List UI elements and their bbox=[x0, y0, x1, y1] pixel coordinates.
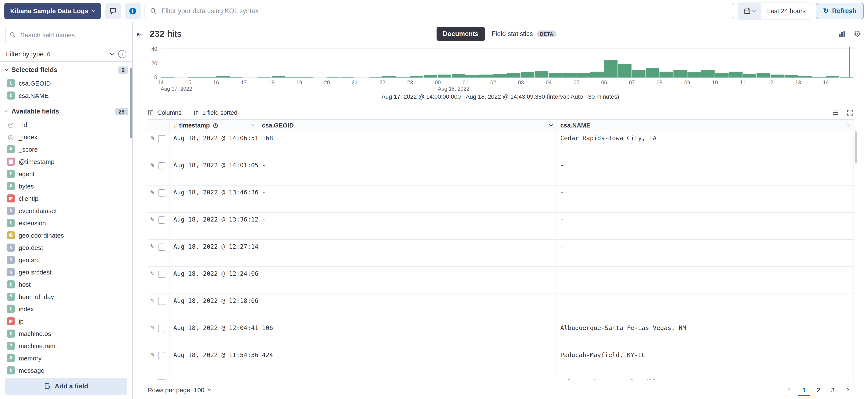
name-cell[interactable]: - bbox=[557, 158, 854, 185]
field-item[interactable]: ▦@timestamp bbox=[5, 156, 128, 168]
tab-field-statistics[interactable]: Field statistics BETA bbox=[487, 27, 561, 41]
tab-documents[interactable]: Documents bbox=[436, 27, 485, 41]
timestamp-cell[interactable]: Aug 18, 2022 @ 14:01:05.297 bbox=[169, 158, 258, 185]
grid-scrollbar[interactable] bbox=[855, 131, 857, 164]
display-density-icon[interactable] bbox=[832, 109, 839, 116]
field-item[interactable]: thost bbox=[5, 278, 128, 291]
saved-query-menu-button[interactable] bbox=[105, 3, 121, 19]
histogram-bar[interactable] bbox=[549, 73, 562, 77]
row-checkbox[interactable] bbox=[158, 243, 165, 251]
previous-page-button[interactable] bbox=[783, 383, 796, 396]
name-cell[interactable]: Tulsa-Muskogee-Bartlesville, OK bbox=[557, 375, 854, 380]
field-search-input[interactable] bbox=[20, 31, 123, 39]
histogram-bar[interactable] bbox=[771, 74, 784, 77]
column-header-name[interactable]: csa.NAME bbox=[557, 120, 854, 131]
refresh-button[interactable]: ↻ Refresh bbox=[816, 3, 864, 19]
edit-row-icon[interactable]: ✎ bbox=[150, 217, 155, 223]
histogram-bar[interactable] bbox=[701, 70, 715, 77]
sidebar-scrollbar[interactable] bbox=[130, 68, 132, 138]
kql-search-input[interactable] bbox=[161, 6, 728, 15]
next-page-button[interactable] bbox=[841, 383, 854, 396]
field-item[interactable]: tcsa.GEOID bbox=[5, 77, 128, 89]
field-item[interactable]: ◎_id bbox=[5, 119, 128, 131]
histogram-bar[interactable] bbox=[272, 76, 285, 77]
columns-button[interactable]: Columns bbox=[148, 109, 181, 116]
histogram-bar[interactable] bbox=[493, 74, 507, 77]
field-item[interactable]: tindex bbox=[5, 303, 128, 315]
add-filter-button[interactable] bbox=[125, 3, 141, 19]
histogram-bar[interactable] bbox=[646, 68, 659, 77]
page-button[interactable]: 2 bbox=[812, 383, 825, 396]
name-cell[interactable]: - bbox=[557, 294, 854, 321]
gear-icon[interactable]: ⚙ bbox=[854, 30, 861, 38]
rows-per-page-dropdown[interactable]: Rows per page: 100 bbox=[148, 386, 211, 393]
histogram-bar[interactable] bbox=[687, 72, 701, 77]
field-item[interactable]: #_score bbox=[5, 143, 128, 156]
edit-row-icon[interactable]: ✎ bbox=[150, 298, 155, 304]
geoid-cell[interactable]: 106 bbox=[258, 321, 557, 348]
edit-row-icon[interactable]: ✎ bbox=[150, 271, 155, 277]
field-item[interactable]: #hour_of_day bbox=[5, 291, 128, 303]
field-sorted-button[interactable]: 1 field sorted bbox=[192, 109, 237, 116]
timestamp-cell[interactable]: Aug 18, 2022 @ 14:06:51.816 bbox=[169, 131, 258, 158]
geoid-cell[interactable]: 528 bbox=[258, 375, 557, 380]
histogram-bar[interactable] bbox=[466, 75, 479, 77]
timestamp-cell[interactable]: Aug 18, 2022 @ 12:18:06.737 bbox=[169, 294, 258, 321]
row-checkbox[interactable] bbox=[158, 298, 165, 305]
histogram-bar[interactable] bbox=[756, 73, 770, 77]
edit-row-icon[interactable]: ✎ bbox=[150, 189, 155, 196]
timestamp-cell[interactable]: Aug 18, 2022 @ 11:28:37.336 bbox=[169, 375, 258, 380]
histogram-bar[interactable] bbox=[577, 73, 590, 77]
histogram-bar[interactable] bbox=[216, 76, 229, 77]
histogram-bar[interactable] bbox=[784, 75, 798, 77]
histogram-bar[interactable] bbox=[660, 71, 673, 77]
histogram-bar[interactable] bbox=[424, 75, 437, 77]
field-item[interactable]: #bytes bbox=[5, 180, 128, 192]
chevron-down-icon[interactable] bbox=[549, 123, 553, 127]
row-checkbox[interactable] bbox=[158, 135, 165, 142]
geoid-cell[interactable]: - bbox=[258, 212, 557, 239]
histogram-bar[interactable] bbox=[798, 76, 812, 77]
field-item[interactable]: #memory bbox=[5, 352, 128, 364]
geoid-cell[interactable]: 424 bbox=[258, 348, 557, 375]
timestamp-cell[interactable]: Aug 18, 2022 @ 12:27:14.527 bbox=[169, 240, 258, 266]
time-range-value[interactable]: Last 24 hours bbox=[761, 3, 812, 19]
name-cell[interactable]: Paducah-Mayfield, KY-IL bbox=[557, 348, 854, 375]
field-item[interactable]: ◎_index bbox=[5, 131, 128, 143]
histogram-bar[interactable] bbox=[826, 76, 839, 77]
histogram-bar[interactable] bbox=[743, 74, 756, 77]
info-icon[interactable]: i bbox=[118, 50, 126, 58]
geoid-cell[interactable]: - bbox=[258, 186, 557, 212]
histogram-bar[interactable] bbox=[632, 70, 645, 77]
edit-row-icon[interactable]: ✎ bbox=[150, 135, 155, 141]
selected-fields-accordion[interactable]: Selected fields 2 bbox=[5, 63, 128, 77]
histogram-bar[interactable] bbox=[521, 72, 534, 77]
edit-row-icon[interactable]: ✎ bbox=[150, 352, 155, 358]
row-checkbox[interactable] bbox=[158, 352, 165, 359]
edit-row-icon[interactable]: ✎ bbox=[150, 325, 155, 331]
chevron-down-icon[interactable] bbox=[251, 123, 254, 127]
collapse-sidebar-icon[interactable]: ⇤ bbox=[137, 29, 143, 38]
histogram-bar[interactable] bbox=[604, 60, 618, 77]
chevron-down-icon[interactable] bbox=[847, 123, 850, 127]
page-button[interactable]: 1 bbox=[798, 383, 810, 396]
geoid-cell[interactable]: - bbox=[258, 267, 557, 294]
row-checkbox[interactable] bbox=[158, 325, 165, 332]
histogram-bar[interactable] bbox=[618, 65, 631, 77]
histogram-bar[interactable] bbox=[715, 73, 728, 77]
field-item[interactable]: kgeo.dest bbox=[5, 241, 128, 254]
field-item[interactable]: tcsa.NAME bbox=[5, 89, 128, 102]
histogram-bar[interactable] bbox=[452, 74, 465, 77]
name-cell[interactable]: Cedar Rapids-Iowa City, IA bbox=[557, 131, 854, 158]
field-item[interactable]: kevent.dataset bbox=[5, 205, 128, 217]
field-item[interactable]: tagent bbox=[5, 168, 128, 180]
edit-row-icon[interactable]: ✎ bbox=[150, 243, 155, 250]
data-view-picker-button[interactable]: Kibana Sample Data Logs bbox=[4, 3, 101, 19]
edit-row-icon[interactable]: ✎ bbox=[150, 162, 155, 169]
name-cell[interactable]: - bbox=[557, 212, 854, 239]
histogram-bar[interactable] bbox=[674, 70, 687, 77]
field-item[interactable]: #machine.ram bbox=[5, 340, 128, 352]
timestamp-cell[interactable]: Aug 18, 2022 @ 13:46:36.315 bbox=[169, 186, 258, 212]
timestamp-cell[interactable]: Aug 18, 2022 @ 12:24:06.875 bbox=[169, 267, 258, 294]
field-item[interactable]: IPip bbox=[5, 315, 128, 327]
